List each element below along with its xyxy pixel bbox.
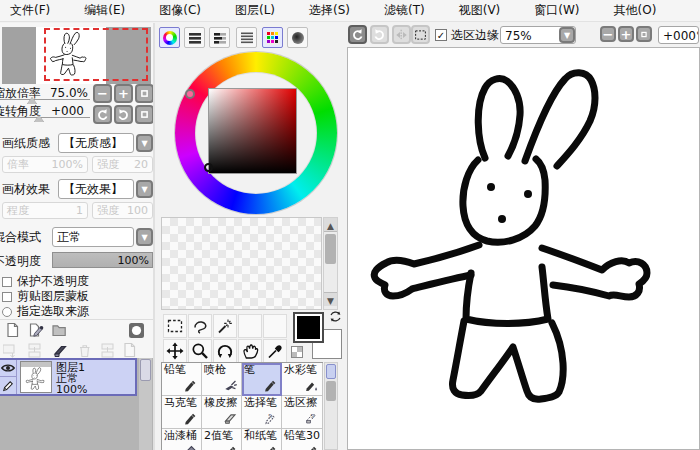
sv-marker[interactable] <box>204 163 213 172</box>
new-vector-layer-button[interactable] <box>26 321 45 340</box>
tab-swatches[interactable] <box>262 27 283 48</box>
tab-rgb-sliders[interactable] <box>184 27 205 48</box>
brush-pen-selected[interactable]: 笔 <box>242 363 282 396</box>
brush-selection-pen[interactable]: 选择笔 <box>242 396 282 429</box>
redo-button[interactable] <box>370 25 389 44</box>
menu-window[interactable]: 窗口(W) <box>528 0 585 22</box>
brush-pencil[interactable]: 铅笔 <box>162 363 202 396</box>
transparent-color-swatch[interactable] <box>291 346 303 358</box>
opacity-value: 100% <box>118 254 149 267</box>
scroll-down-button[interactable]: ▼ <box>324 292 337 306</box>
rotate-ccw-button[interactable] <box>93 105 112 124</box>
tab-color-wheel[interactable] <box>159 27 180 48</box>
binary-pen-icon <box>223 443 239 450</box>
undo-button[interactable] <box>348 25 367 44</box>
scroll-up-button[interactable]: ▲ <box>324 218 337 232</box>
menu-edit[interactable]: 编辑(E) <box>78 0 131 22</box>
menu-image[interactable]: 图像(C) <box>153 0 207 22</box>
canvas-zoom-reset-button[interactable] <box>636 26 652 42</box>
new-layer-button[interactable] <box>3 321 22 340</box>
brush-airbrush[interactable]: 喷枪 <box>202 363 242 396</box>
tool-magic-wand[interactable] <box>213 314 237 338</box>
menu-layer[interactable]: 图层(L) <box>229 0 281 22</box>
layer-row-selected[interactable]: 图层1 正常 100% <box>0 358 137 396</box>
canvas-zoom-dropdown-button[interactable]: ▼ <box>559 27 575 43</box>
brush-bucket[interactable]: 油漆桶 <box>162 429 202 450</box>
material-effect-dropdown-button[interactable]: ▼ <box>136 180 153 198</box>
layer-mask-button[interactable] <box>127 321 146 340</box>
canvas-area[interactable] <box>347 47 700 450</box>
layer-visibility-toggle[interactable] <box>0 360 17 377</box>
protect-opacity-checkbox[interactable] <box>2 277 12 287</box>
menu-others[interactable]: 其他(O) <box>608 0 663 22</box>
layer-list-scrollbar-thumb[interactable] <box>140 359 151 381</box>
tool-zoom[interactable] <box>188 339 212 363</box>
layer-thumbnail-bunny <box>24 366 48 393</box>
selection-source-checkbox[interactable] <box>2 307 12 317</box>
zoom-in-button[interactable]: + <box>114 84 133 103</box>
hue-marker[interactable] <box>185 89 195 99</box>
tab-color-mixer[interactable] <box>236 27 257 48</box>
tool-hand[interactable] <box>238 339 262 363</box>
brush-selection-eraser[interactable]: 选区擦 <box>282 396 323 429</box>
tool-marquee[interactable] <box>163 314 187 338</box>
foreground-color-swatch[interactable] <box>293 312 324 343</box>
blend-mode-dropdown-button[interactable]: ▼ <box>136 228 153 246</box>
brush-grid-scrollbar[interactable] <box>324 362 338 450</box>
zoom-slider-thumb[interactable] <box>27 97 37 104</box>
tool-empty-1[interactable] <box>238 314 262 338</box>
menu-filter[interactable]: 滤镜(T) <box>378 0 431 22</box>
menu-view[interactable]: 视图(V) <box>453 0 507 22</box>
zoom-slider-track[interactable] <box>0 99 90 100</box>
paper-texture-dropdown-button[interactable]: ▼ <box>136 134 153 152</box>
swatch-pad[interactable] <box>161 217 322 310</box>
blend-mode-dropdown[interactable]: 正常 <box>52 227 134 247</box>
selection-source-option[interactable]: 指定选取来源 <box>2 303 89 320</box>
tab-hsv-sliders[interactable] <box>209 27 230 48</box>
brush-eraser[interactable]: 橡皮擦 <box>202 396 242 429</box>
canvas-angle-field[interactable]: +000° <box>658 26 699 44</box>
rotate-reset-button[interactable] <box>135 105 153 124</box>
canvas-zoom-out-button[interactable]: − <box>600 26 616 42</box>
brush-watercolor[interactable]: 水彩笔 <box>282 363 323 396</box>
tool-rotate-view[interactable] <box>213 339 237 363</box>
swatch-pad-scrollbar[interactable]: ▲ ▼ <box>323 217 338 310</box>
new-folder-button[interactable] <box>50 321 69 340</box>
navigator-view-frame[interactable] <box>44 28 148 81</box>
brush-scrollbar-thumb[interactable] <box>326 381 336 401</box>
paper-texture-dropdown[interactable]: 【无质感】 <box>58 133 134 153</box>
clipping-mask-checkbox[interactable] <box>2 292 12 302</box>
rotate-cw-button[interactable] <box>114 105 133 124</box>
rotate-slider-thumb[interactable] <box>34 115 44 122</box>
transform-selection-button[interactable] <box>411 25 430 44</box>
zoom-out-button[interactable]: − <box>93 84 112 103</box>
brush-binary-pen[interactable]: 2值笔 <box>202 429 242 450</box>
layer-toolbar <box>0 319 153 359</box>
opacity-slider[interactable]: 100% <box>52 252 153 268</box>
brush-pencil30[interactable]: 铅笔30 <box>282 429 323 450</box>
swatch-scrollbar-thumb[interactable] <box>325 234 336 264</box>
brush-scroll-up-button[interactable] <box>326 364 336 379</box>
material-effect-dropdown[interactable]: 【无效果】 <box>58 179 134 199</box>
menu-select[interactable]: 选择(S) <box>303 0 356 22</box>
tab-scratchpad[interactable] <box>287 27 308 48</box>
layer-list-scrollbar[interactable] <box>139 358 152 450</box>
brush-label: 油漆桶 <box>164 429 197 442</box>
tool-empty-2[interactable] <box>263 314 287 338</box>
selection-edge-checkbox[interactable]: ✓ <box>435 29 447 41</box>
zoom-ratio-value: 75.0% <box>40 86 88 100</box>
rotate-slider-track[interactable] <box>0 117 90 118</box>
swap-colors-icon[interactable] <box>328 309 343 324</box>
tool-lasso[interactable] <box>188 314 212 338</box>
canvas-zoom-in-button[interactable]: + <box>618 26 634 42</box>
tool-move[interactable] <box>163 339 187 363</box>
tool-eyedropper[interactable] <box>263 339 287 363</box>
brush-washi-pen[interactable]: 和纸笔 <box>242 429 282 450</box>
menu-file[interactable]: 文件(F) <box>4 0 56 22</box>
brush-marker[interactable]: 马克笔 <box>162 396 202 429</box>
navigator[interactable] <box>2 27 151 84</box>
eraser-brush-icon <box>223 410 239 426</box>
flip-selection-button[interactable] <box>392 25 411 44</box>
zoom-reset-button[interactable] <box>135 84 153 103</box>
sv-square[interactable] <box>208 88 297 174</box>
